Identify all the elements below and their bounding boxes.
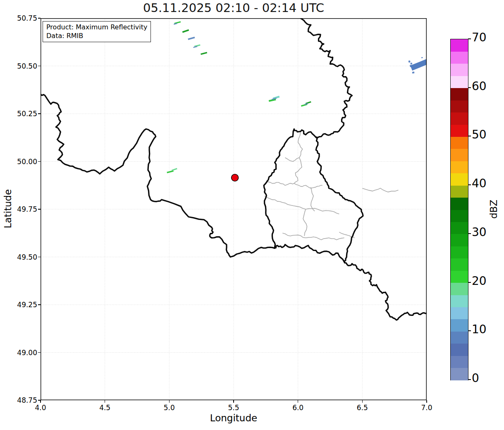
figure-title: 05.11.2025 02:10 - 02:14 UTC xyxy=(41,1,427,15)
x-tick-label: 6.5 xyxy=(350,404,375,412)
region-border xyxy=(303,209,307,236)
colorbar-tick-mark xyxy=(468,330,471,331)
region-border xyxy=(265,196,339,214)
region-border xyxy=(285,158,299,161)
colorbar-segment xyxy=(451,246,468,258)
colorbar-segment xyxy=(451,198,468,210)
colorbar-tick-mark xyxy=(468,379,471,380)
colorbar-segment xyxy=(451,331,468,344)
colorbar-label: dBZ xyxy=(488,184,501,234)
country-border xyxy=(41,94,275,257)
region-border xyxy=(282,233,344,240)
colorbar-segment xyxy=(451,319,468,332)
colorbar-segment xyxy=(451,64,468,76)
map-plot-area: Product: Maximum Reflectivity Data: RMIB xyxy=(41,18,427,400)
x-tick-mark xyxy=(169,400,170,403)
colorbar-segment xyxy=(451,124,468,137)
colorbar-segment xyxy=(451,307,468,319)
colorbar-segment xyxy=(451,39,468,52)
colorbar-tick-mark xyxy=(468,38,471,39)
colorbar-tick-label: 60 xyxy=(472,79,487,93)
colorbar-segment xyxy=(451,270,468,283)
y-tick-label: 49.25 xyxy=(8,301,37,309)
country-border xyxy=(264,129,315,248)
country-border xyxy=(275,245,345,263)
product-info-box: Product: Maximum Reflectivity Data: RMIB xyxy=(43,21,151,42)
colorbar-segment xyxy=(451,356,468,368)
colorbar-segment xyxy=(451,295,468,307)
y-tick-mark xyxy=(38,257,41,258)
colorbar-segment xyxy=(451,136,468,149)
colorbar-tick-label: 10 xyxy=(472,322,487,336)
y-tick-label: 49.00 xyxy=(8,349,37,357)
x-tick-label: 6.0 xyxy=(286,404,311,412)
x-tick-mark xyxy=(40,400,41,403)
colorbar-segment xyxy=(451,258,468,271)
country-border xyxy=(345,263,427,320)
colorbar-segment xyxy=(451,173,468,186)
colorbar xyxy=(450,39,468,380)
region-border xyxy=(294,132,302,184)
radar-map xyxy=(41,18,427,400)
colorbar-tick-mark xyxy=(468,282,471,283)
x-tick-mark xyxy=(233,400,234,403)
x-tick-mark xyxy=(105,400,105,403)
colorbar-tick-label: 0 xyxy=(472,371,479,385)
y-tick-label: 49.75 xyxy=(8,205,37,213)
colorbar-tick-mark xyxy=(468,233,471,234)
y-tick-mark xyxy=(38,66,41,67)
colorbar-tick-mark xyxy=(468,184,471,185)
y-tick-mark xyxy=(38,18,41,19)
x-axis-label: Longitude xyxy=(41,413,427,423)
colorbar-segment xyxy=(451,368,468,380)
colorbar-tick-label: 40 xyxy=(472,177,487,190)
y-tick-label: 50.25 xyxy=(8,110,37,118)
x-tick-mark xyxy=(426,400,427,403)
y-tick-label: 50.50 xyxy=(8,62,37,70)
echo xyxy=(188,37,195,40)
y-tick-label: 48.75 xyxy=(8,396,37,404)
colorbar-segment xyxy=(451,112,468,125)
y-tick-label: 50.00 xyxy=(8,158,37,166)
x-tick-mark xyxy=(362,400,363,403)
region-border xyxy=(266,181,322,189)
y-tick-mark xyxy=(38,400,41,401)
colorbar-segment xyxy=(451,51,468,64)
product-line: Product: Maximum Reflectivity xyxy=(46,23,147,31)
radar-figure: 05.11.2025 02:10 - 02:14 UTC Product: Ma… xyxy=(0,0,504,430)
colorbar-tick-label: 30 xyxy=(472,225,487,239)
y-tick-mark xyxy=(38,209,41,210)
colorbar-segment xyxy=(451,88,468,100)
y-tick-mark xyxy=(38,304,41,305)
echo xyxy=(182,29,189,33)
region-border xyxy=(362,188,398,192)
y-tick-mark xyxy=(38,352,41,353)
region-border xyxy=(311,187,315,211)
echo xyxy=(410,62,412,64)
country-border xyxy=(316,137,363,263)
colorbar-segment xyxy=(451,234,468,246)
y-tick-mark xyxy=(38,113,41,114)
colorbar-tick-label: 50 xyxy=(472,128,487,141)
x-tick-label: 7.0 xyxy=(414,404,439,412)
radar-site-marker xyxy=(232,174,239,181)
echo xyxy=(412,72,415,74)
radar-echoes xyxy=(167,21,427,173)
colorbar-tick-label: 20 xyxy=(472,274,487,288)
colorbar-segment xyxy=(451,344,468,356)
colorbar-tick-mark xyxy=(468,87,471,88)
colorbar-segment xyxy=(451,185,468,198)
echo xyxy=(410,58,427,70)
x-tick-label: 5.0 xyxy=(157,404,182,412)
colorbar-segment xyxy=(451,161,468,173)
colorbar-segment xyxy=(451,222,468,234)
data-source-line: Data: RMIB xyxy=(46,31,147,40)
y-tick-mark xyxy=(38,161,41,162)
colorbar-segment xyxy=(451,76,468,88)
y-tick-label: 49.50 xyxy=(8,253,37,261)
country-border xyxy=(301,18,352,138)
colorbar-segment xyxy=(451,210,468,222)
colorbar-segment xyxy=(451,100,468,112)
x-tick-label: 4.0 xyxy=(28,404,53,412)
colorbar-tick-mark xyxy=(468,136,471,136)
